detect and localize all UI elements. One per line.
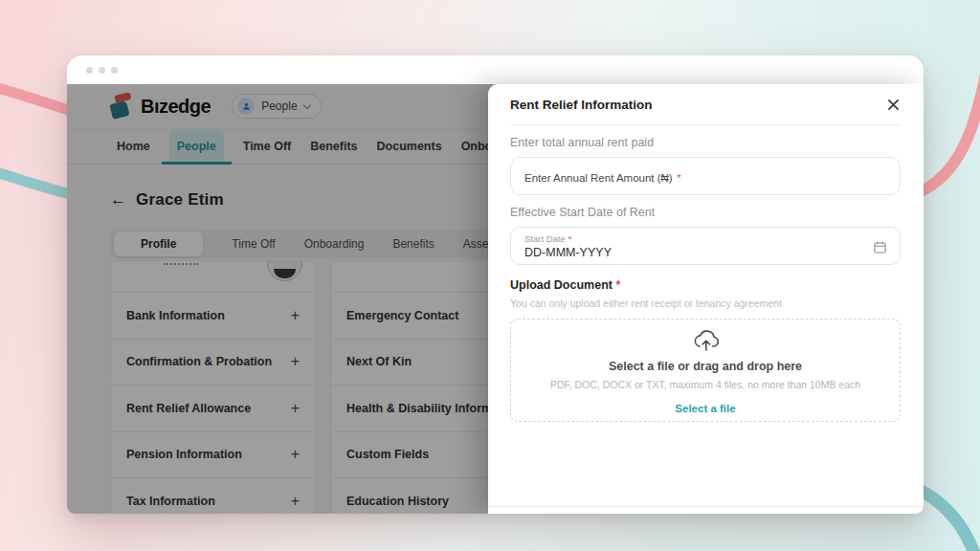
start-date-inner-label: Start Date	[524, 233, 566, 244]
start-date-value: DD-MMM-YYYY	[524, 246, 886, 259]
select-file-link[interactable]: Select a file	[675, 403, 735, 414]
window-control-dot[interactable]	[86, 67, 93, 74]
window-titlebar	[67, 55, 924, 84]
app-window: Bızedge People Home People Time Off Bene…	[67, 55, 924, 514]
dropzone-hint: PDF, DOC, DOCX or TXT, maximum 4 files, …	[550, 379, 860, 390]
file-dropzone[interactable]: Select a file or drag and drop here PDF,…	[510, 319, 901, 422]
upload-helper-text: You can only upload either rent receipt …	[510, 298, 901, 309]
date-field-label: Effective Start Date of Rent	[510, 206, 901, 219]
dropzone-title: Select a file or drag and drop here	[609, 360, 802, 373]
window-control-dot[interactable]	[111, 67, 118, 74]
window-controls[interactable]	[86, 67, 118, 74]
required-mark: *	[615, 278, 620, 292]
annual-rent-input[interactable]: Enter Annual Rent Amount (₦) *	[510, 157, 901, 195]
required-mark: *	[568, 233, 571, 244]
calendar-icon[interactable]	[873, 240, 887, 258]
window-control-dot[interactable]	[99, 67, 105, 74]
upload-label: Upload Document	[510, 278, 612, 292]
rent-field-label: Enter total annual rent paid	[510, 136, 901, 149]
required-mark: *	[677, 172, 680, 184]
cloud-upload-icon	[690, 327, 721, 356]
drawer-header: Rent Relief Information	[510, 84, 901, 125]
close-icon[interactable]	[885, 97, 901, 112]
drawer-title: Rent Relief Information	[510, 98, 653, 112]
start-date-input[interactable]: Start Date * DD-MMM-YYYY	[510, 227, 901, 265]
rent-relief-drawer: Rent Relief Information Enter total annu…	[488, 84, 924, 514]
drawer-footer-divider	[488, 506, 924, 507]
